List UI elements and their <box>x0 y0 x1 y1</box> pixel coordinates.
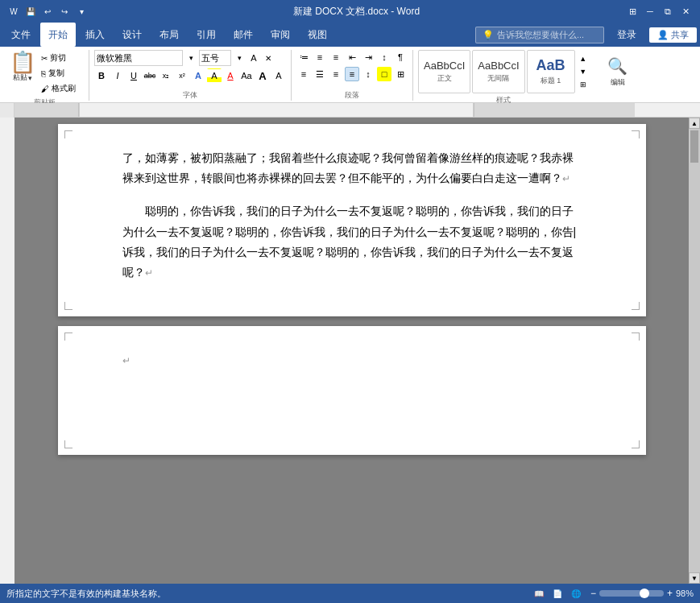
print-view-button[interactable]: 📄 <box>549 588 565 600</box>
menu-review[interactable]: 审阅 <box>263 23 298 47</box>
sort-button[interactable]: ↕ <box>377 50 391 64</box>
menu-references[interactable]: 引用 <box>188 23 224 47</box>
zoom-slider-track[interactable] <box>599 590 664 597</box>
highlight-button[interactable]: A <box>207 68 222 83</box>
style-normal-preview: AaBbCcI <box>424 60 465 72</box>
read-view-button[interactable]: 📖 <box>531 588 547 600</box>
style-no-spacing[interactable]: AaBbCcI 无间隔 <box>472 50 524 93</box>
share-button[interactable]: 👤 共享 <box>649 27 697 43</box>
undo-icon[interactable]: ↩ <box>40 4 55 19</box>
clear-format-icon[interactable]: A <box>247 52 260 64</box>
paragraph-content: ≔ ≡ ≡ ⇤ ⇥ ↕ ¶ ≡ ☰ ≡ ≡ ↕ □ ⊞ <box>296 50 408 89</box>
change-case-button[interactable]: Aa <box>239 68 254 83</box>
italic-button[interactable]: I <box>110 68 125 83</box>
corner-bl-p2 <box>64 440 72 448</box>
shrink-font-button[interactable]: A <box>271 68 286 83</box>
scroll-thumb[interactable] <box>690 130 698 163</box>
menu-design[interactable]: 设计 <box>114 23 150 47</box>
view-buttons: 📖 📄 🌐 <box>531 588 584 600</box>
format-painter-icon: 🖌 <box>41 85 49 93</box>
styles-gallery: AaBbCcI 正文 AaBbCcI 无间隔 AaB 标题 1 ▲ ▼ ⊞ <box>418 50 590 93</box>
redo-icon[interactable]: ↪ <box>57 4 72 19</box>
corner-tr-p2 <box>632 332 640 341</box>
scroll-down-button[interactable]: ▼ <box>689 572 700 584</box>
page1-para1: 了，如薄雾，被初阳蒸融了；我留着些什么痕迹呢？我何曾留着像游丝样的痕迹呢？我赤裸… <box>122 148 582 188</box>
grow-font-button[interactable]: A <box>255 68 270 83</box>
increase-indent-button[interactable]: ⇥ <box>361 50 375 64</box>
vertical-scrollbar[interactable]: ▲ ▼ <box>689 118 700 584</box>
restore-button[interactable]: ⧉ <box>660 3 676 19</box>
bold-button[interactable]: B <box>94 68 109 83</box>
title-bar: W 💾 ↩ ↪ ▾ 新建 DOCX 文档.docx - Word ⊞ ─ ⧉ ✕ <box>0 0 700 23</box>
window-options-icon[interactable]: ⊞ <box>624 3 640 19</box>
styles-expand[interactable]: ⊞ <box>577 79 590 90</box>
align-right-button[interactable]: ≡ <box>329 67 343 81</box>
styles-scroll-up[interactable]: ▲ <box>577 53 590 64</box>
save-icon[interactable]: 💾 <box>23 4 38 19</box>
ruler-svg <box>14 103 700 117</box>
style-normal[interactable]: AaBbCcI 正文 <box>418 50 470 93</box>
login-button[interactable]: 登录 <box>611 27 643 43</box>
zoom-level[interactable]: 98% <box>676 589 694 598</box>
show-marks-button[interactable]: ¶ <box>393 50 408 64</box>
zoom-slider-thumb[interactable] <box>640 589 649 598</box>
bullets-button[interactable]: ≔ <box>296 50 311 64</box>
menu-home[interactable]: 开始 <box>40 23 76 47</box>
scroll-up-button[interactable]: ▲ <box>689 118 700 129</box>
web-view-button[interactable]: 🌐 <box>568 588 584 600</box>
align-left-button[interactable]: ≡ <box>296 67 311 81</box>
menu-view[interactable]: 视图 <box>300 23 335 47</box>
subscript-button[interactable]: x₂ <box>159 68 173 83</box>
font-size-input[interactable] <box>199 50 231 66</box>
align-center-button[interactable]: ☰ <box>313 67 327 81</box>
multilevel-button[interactable]: ≡ <box>329 50 343 64</box>
page-2-content[interactable]: ↵ <box>122 350 582 415</box>
search-placeholder: 告诉我您想要做什么... <box>497 29 584 41</box>
superscript-button[interactable]: x² <box>175 68 189 83</box>
zoom-in-button[interactable]: + <box>667 588 673 599</box>
font-name-input[interactable] <box>94 50 183 66</box>
close-button[interactable]: ✕ <box>677 3 694 19</box>
text-effects-button[interactable]: A <box>191 68 205 83</box>
editing-button[interactable]: 🔍 编辑 <box>599 50 636 93</box>
strikethrough-button[interactable]: abc <box>143 68 157 83</box>
ribbon-group-styles: AaBbCcI 正文 AaBbCcI 无间隔 AaB 标题 1 ▲ ▼ ⊞ 样式 <box>415 50 594 101</box>
menu-file[interactable]: 文件 <box>3 23 39 47</box>
cut-button[interactable]: ✂ 剪切 <box>40 51 82 65</box>
font-name-dropdown[interactable]: ▾ <box>184 52 197 64</box>
window-controls: ⊞ ─ ⧉ ✕ <box>624 3 694 19</box>
share-icon: 👤 <box>657 30 669 40</box>
styles-scroll-down[interactable]: ▼ <box>577 66 590 77</box>
underline-button[interactable]: U <box>126 68 141 83</box>
customize-icon[interactable]: ▾ <box>74 4 89 19</box>
pilcrow-2: ↵ <box>145 267 153 279</box>
page-1-content[interactable]: 了，如薄雾，被初阳蒸融了；我留着些什么痕迹呢？我何曾留着像游丝样的痕迹呢？我赤裸… <box>122 148 582 283</box>
font-size-dropdown[interactable]: ▾ <box>233 52 246 64</box>
borders-button[interactable]: ⊞ <box>393 67 408 81</box>
page1-para3: 聪明的，你告诉我，我们的日子为什么一去不复返呢？聪明的，你告诉我，我们的日子为什… <box>122 201 582 283</box>
editing-search-icon: 🔍 <box>607 56 628 76</box>
zoom-out-button[interactable]: − <box>590 588 596 599</box>
copy-button[interactable]: ⎘ 复制 <box>40 66 82 81</box>
format-clear-button[interactable]: ✕ <box>262 52 275 64</box>
minimize-button[interactable]: ─ <box>642 3 658 19</box>
shading-button[interactable]: □ <box>377 67 391 81</box>
paragraph-label: 段落 <box>296 89 408 101</box>
zoom-area: − + 98% <box>590 588 694 599</box>
paste-button[interactable]: 📋 粘贴▾ <box>6 50 39 85</box>
menu-insert[interactable]: 插入 <box>77 23 113 47</box>
document-scroll-area[interactable]: 了，如薄雾，被初阳蒸融了；我留着些什么痕迹呢？我何曾留着像游丝样的痕迹呢？我赤裸… <box>14 118 689 584</box>
font-color-button[interactable]: A <box>223 68 238 83</box>
line-spacing-button[interactable]: ↕ <box>361 67 375 81</box>
ribbon-group-font: ▾ ▾ A ✕ B I U abc x₂ x² A A A Aa A A 字体 <box>91 50 292 101</box>
format-painter-button[interactable]: 🖌 格式刷 <box>40 81 82 96</box>
page2-para1: ↵ <box>122 350 582 370</box>
style-heading1[interactable]: AaB 标题 1 <box>527 50 575 93</box>
numbering-button[interactable]: ≡ <box>313 50 327 64</box>
decrease-indent-button[interactable]: ⇤ <box>345 50 359 64</box>
share-label: 共享 <box>671 29 689 41</box>
tell-me-search[interactable]: 💡 告诉我您想要做什么... <box>475 27 604 43</box>
menu-mail[interactable]: 邮件 <box>226 23 261 47</box>
justify-button[interactable]: ≡ <box>345 67 359 81</box>
menu-layout[interactable]: 布局 <box>151 23 187 47</box>
